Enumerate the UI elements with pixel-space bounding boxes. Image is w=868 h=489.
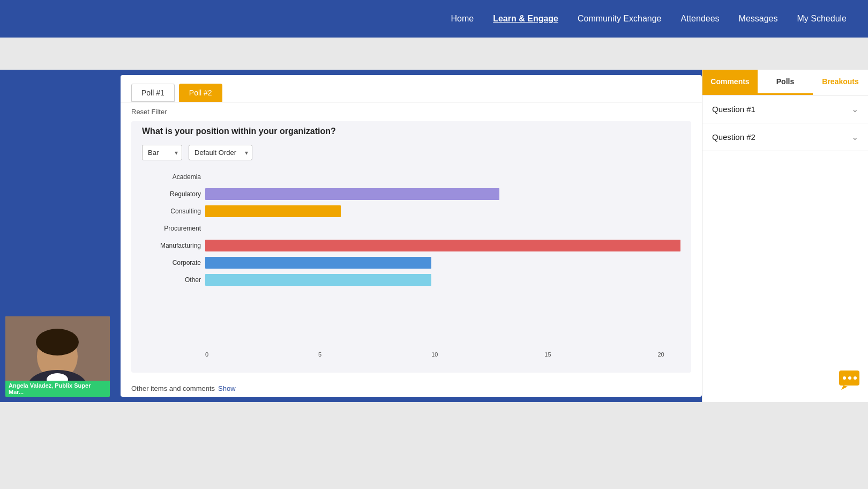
chart-type-wrapper: Bar Pie Donut [142,145,182,160]
other-items-section: Other items and comments Show [121,378,702,397]
bar-row: Academia [142,171,680,183]
bar-label: Regulatory [142,190,201,198]
x-tick: 20 [657,351,664,358]
show-link[interactable]: Show [218,384,236,392]
nav-learn-engage[interactable]: Learn & Engage [493,14,558,24]
chart-area: AcademiaRegulatoryConsultingProcurementM… [142,171,680,362]
sub-header-gap [0,38,868,70]
x-tick: 5 [318,351,321,358]
accordion-label-1: Question #1 [712,105,755,114]
bar-track [205,257,680,269]
accordion-chevron-2: ⌄ [851,132,858,142]
x-tick: 10 [431,351,438,358]
main-area: Angela Valadez, Publix Super Mar... Poll… [0,70,868,402]
video-panel: Angela Valadez, Publix Super Mar... [0,70,115,402]
nav-attendees[interactable]: Attendees [681,14,720,24]
nav-messages[interactable]: Messages [739,14,778,24]
poll-question-text: What is your position within your organi… [142,127,680,136]
poll-tab-1[interactable]: Poll #1 [131,84,175,102]
bar-fill [205,274,431,286]
right-tab-breakouts[interactable]: Breakouts [813,70,868,95]
bar-track [205,188,680,200]
x-axis: 05101520 [205,351,680,362]
right-tab-polls[interactable]: Polls [758,70,813,95]
bar-track [205,223,680,234]
bar-label: Consulting [142,208,201,215]
header: Home Learn & Engage Community Exchange A… [0,0,868,38]
chart-order-select[interactable]: Default Order Ascending Descending [189,145,252,160]
bar-fill [205,257,431,269]
chart-controls: Bar Pie Donut Default Order Ascending De… [142,145,680,160]
video-person-label: Angela Valadez, Publix Super Mar... [5,381,110,397]
right-panel-tabs: Comments Polls Breakouts [702,70,868,95]
reset-filter-button[interactable]: Reset Filter [121,102,702,121]
bar-fill [205,188,499,200]
bar-track [205,171,680,183]
svg-point-3 [36,329,79,355]
nav-my-schedule[interactable]: My Schedule [797,14,847,24]
bar-track [205,205,680,217]
chart-type-select[interactable]: Bar Pie Donut [142,145,182,160]
bar-label: Manufacturing [142,242,201,249]
accordion-header-1[interactable]: Question #1 ⌄ [702,95,868,123]
right-panel: Comments Polls Breakouts Question #1 ⌄ Q… [702,70,868,402]
footer [0,402,868,456]
bar-label: Other [142,276,201,284]
bar-row: Procurement [142,223,680,234]
bar-track [205,240,680,251]
accordion-label-2: Question #2 [712,132,755,142]
bar-fill [205,205,341,217]
other-items-label: Other items and comments [131,384,215,392]
right-tab-comments[interactable]: Comments [702,70,758,95]
bar-row: Corporate [142,257,680,269]
bar-track [205,274,680,286]
x-tick: 15 [544,351,551,358]
x-tick: 0 [205,351,208,358]
nav-home[interactable]: Home [451,14,474,24]
bar-label: Procurement [142,225,201,232]
bar-row: Consulting [142,205,680,217]
bar-label: Corporate [142,259,201,266]
chart-order-wrapper: Default Order Ascending Descending [189,145,252,160]
video-thumbnail: Angela Valadez, Publix Super Mar... [5,316,110,397]
nav-community-exchange[interactable]: Community Exchange [578,14,662,24]
accordion-header-2[interactable]: Question #2 ⌄ [702,123,868,151]
poll-panel: Poll #1 Poll #2 Reset Filter What is you… [121,75,702,397]
bar-row: Manufacturing [142,240,680,251]
bar-row: Regulatory [142,188,680,200]
poll-content-box: What is your position within your organi… [131,121,691,373]
bar-fill [205,240,680,251]
main-nav: Home Learn & Engage Community Exchange A… [451,14,847,24]
poll-tab-2[interactable]: Poll #2 [179,84,222,102]
accordion-item-2: Question #2 ⌄ [702,123,868,151]
bar-row: Other [142,274,680,286]
bar-label: Academia [142,173,201,181]
poll-tabs: Poll #1 Poll #2 [121,75,702,102]
accordion-chevron-1: ⌄ [851,104,858,114]
bar-chart: AcademiaRegulatoryConsultingProcurementM… [142,171,680,347]
accordion-item-1: Question #1 ⌄ [702,95,868,123]
